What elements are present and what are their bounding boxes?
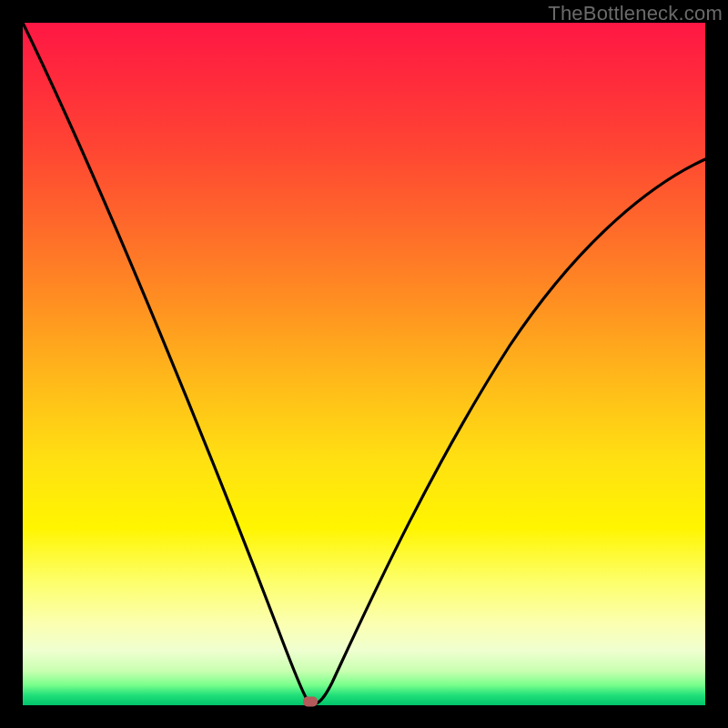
optimal-point-marker: [303, 697, 318, 707]
watermark-text: TheBottleneck.com: [548, 2, 723, 25]
chart-frame: TheBottleneck.com: [0, 0, 728, 728]
plot-area: [23, 23, 705, 705]
